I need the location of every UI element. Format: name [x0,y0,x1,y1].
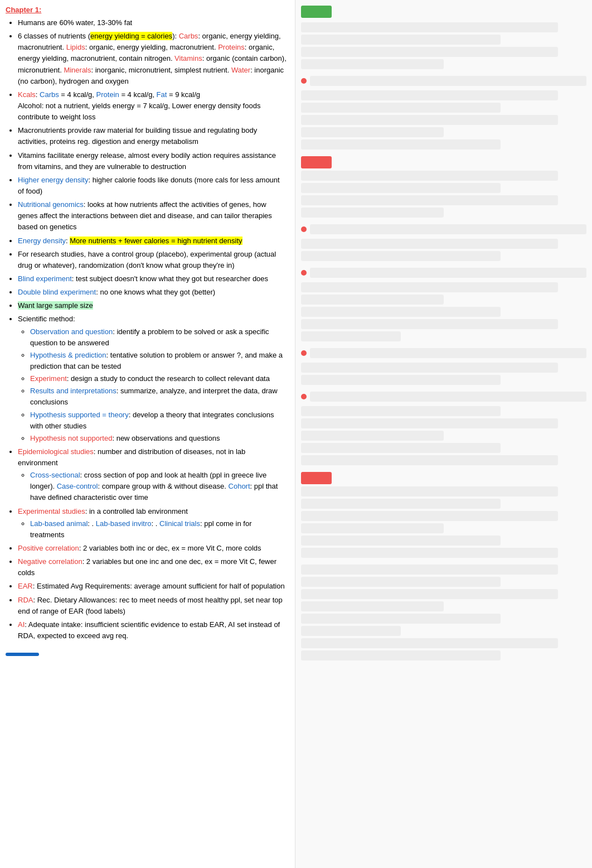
right-block [310,348,586,358]
hypothesis-label: Hypothesis & prediction [30,351,106,359]
right-section-5 [301,268,586,341]
right-block [301,35,501,45]
right-section-8 [301,472,586,558]
positive-correlation-label: Positive correlation [18,544,79,552]
right-block [301,363,558,373]
right-dot [301,350,307,356]
right-dot [301,394,307,399]
right-section-7 [301,392,586,465]
sub-list-epidemiological: Cross-sectional: cross section of pop an… [18,470,287,503]
right-block [301,171,558,181]
list-item: Experimental studies: in a controlled la… [18,506,287,541]
list-item: Double blind experiment: no one knows wh… [18,287,287,298]
ai-label: AI [18,620,25,629]
right-row [301,224,586,234]
list-item: Macronutrients provide raw material for … [18,125,287,147]
right-block [301,195,558,205]
right-block [301,103,501,113]
rda-label: RDA [18,596,33,604]
observation-label: Observation and question [30,327,113,336]
right-block [301,208,444,218]
epidemiological-label: Epidemiological studies [18,447,94,456]
right-block [301,295,444,305]
bottom-indicator [6,653,39,656]
sub-list-scientific: Observation and question: identify a pro… [18,326,287,444]
right-block [301,455,558,465]
right-accent-green [301,6,332,18]
right-dot [301,78,307,84]
results-label: Results and interpretations [30,387,117,395]
list-item: Results and interpretations: summarize, … [30,385,287,408]
right-block [310,76,586,86]
right-block [301,523,444,533]
right-block [301,443,501,453]
experiment-label: Experiment [30,374,67,383]
right-section-2 [301,76,586,150]
right-block [301,406,501,416]
right-section-3 [301,156,586,218]
right-block [301,577,501,587]
proteins-label: Proteins [218,43,245,51]
energy-density-label: Energy density [18,237,66,245]
water-label: Water [231,66,250,74]
list-item: Negative correlation: 2 variables but on… [18,556,287,578]
right-block [301,127,444,137]
list-item: Scientific method: Observation and quest… [18,314,287,444]
list-item: Want large sample size [18,300,287,311]
right-block [301,614,501,624]
list-item: Blind experiment: test subject doesn't k… [18,273,287,284]
list-item: For research studies, have a control gro… [18,249,287,271]
negative-correlation-label: Negative correlation [18,557,83,566]
right-block [301,251,501,261]
right-block [310,268,586,278]
highlight-energy: More nutrients + fewer calories = high n… [70,237,242,245]
carbs-ref: Carbs [40,90,59,99]
right-block [301,486,558,496]
right-block [310,392,586,402]
list-item: Cross-sectional: cross section of pop an… [30,470,287,503]
blind-label: Blind experiment [18,274,72,283]
right-row [301,76,586,86]
list-item: AI: Adequate intake: insufficient scient… [18,619,287,642]
right-block [301,601,444,611]
right-block [301,375,501,385]
right-accent-red-2 [301,472,332,484]
clinical-trials-label: Clinical trials [159,519,200,528]
list-item: Observation and question: identify a pro… [30,326,287,349]
ear-label: EAR [18,582,33,590]
list-item: Hypothesis & prediction: tentative solut… [30,350,287,372]
right-block [301,650,501,660]
right-block [301,59,444,69]
right-block [301,115,558,125]
right-block [301,499,501,509]
right-block [301,307,501,317]
right-block [301,90,558,100]
higher-energy-label: Higher energy density [18,176,88,184]
list-item: Energy density: More nutrients + fewer c… [18,235,287,247]
list-item: Hypothesis not supported: new observatio… [30,433,287,444]
kcals-label: Kcals [18,90,36,99]
list-item: Kcals: Carbs = 4 kcal/g, Protein = 4 kca… [18,89,287,123]
hypothesis-not-supported-label: Hypothesis not supported [30,434,112,442]
lab-invitro-label: Lab-based invitro [96,519,152,528]
right-section-4 [301,224,586,261]
vitamins-label: Vitamins [174,54,202,62]
case-control-label: Case-control [57,482,98,490]
right-dot [301,270,307,276]
right-block [301,22,558,32]
right-block [301,418,558,428]
list-item: Positive correlation: 2 variables both i… [18,543,287,554]
list-item: 6 classes of nutrients (energy yielding … [18,31,287,87]
right-block [301,139,501,150]
right-block [301,589,558,599]
right-panel [295,0,592,868]
right-row [301,392,586,402]
list-item: Higher energy density: higher calorie fo… [18,175,287,197]
right-block [301,511,558,521]
right-block [301,319,558,329]
minerals-label: Minerals [64,66,91,74]
list-item: Humans are 60% water, 13-30% fat [18,17,287,28]
right-block [301,626,401,636]
fat-ref: Fat [157,90,167,99]
hypothesis-supported-label: Hypothesis supported = theory [30,411,129,419]
